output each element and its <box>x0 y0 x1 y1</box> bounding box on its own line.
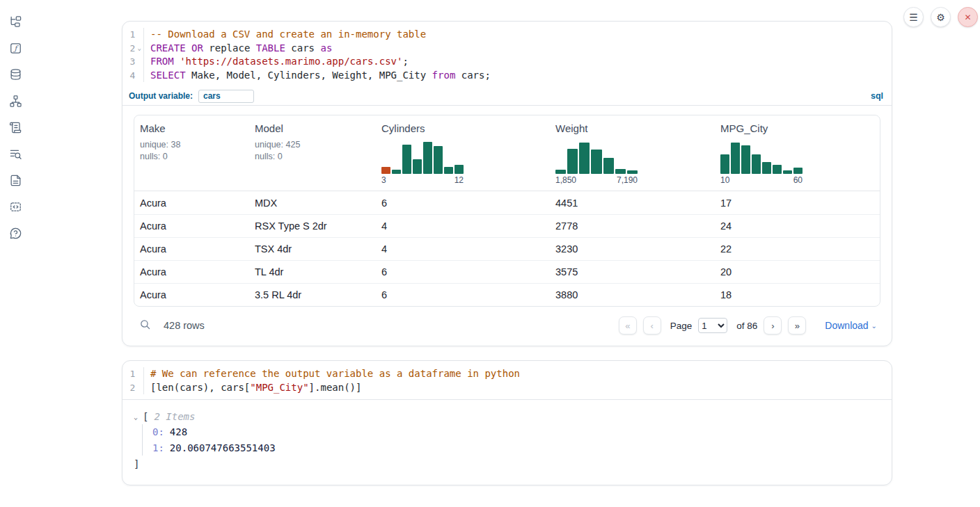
table-cell: Acura <box>134 198 249 209</box>
table-row[interactable]: Acura3.5 RL 4dr6388018 <box>134 283 880 306</box>
sidebar-item-logs[interactable] <box>8 147 23 163</box>
pagination: « ‹ Page 1 of 86 › » <box>619 316 807 335</box>
line-number: 3 <box>122 55 135 69</box>
prev-page-button[interactable]: ‹ <box>643 316 661 335</box>
table-cell: Acura <box>134 220 249 232</box>
table-row[interactable]: AcuraMDX6445117 <box>134 191 880 214</box>
table-cell: 22 <box>715 243 880 255</box>
table-row[interactable]: AcuraTL 4dr6357520 <box>134 260 880 283</box>
line-number: 4 <box>122 69 135 83</box>
close-button[interactable]: ✕ <box>958 7 978 27</box>
sidebar-item-file-explorer[interactable] <box>8 15 23 31</box>
page-select[interactable]: 1 <box>698 318 727 333</box>
table-cell: 3.5 RL 4dr <box>249 289 376 300</box>
histogram-bar <box>455 165 464 175</box>
last-page-button[interactable]: » <box>788 316 806 335</box>
column-name: Weight <box>555 122 709 134</box>
gutter: 3 <box>122 55 144 69</box>
histogram-bar <box>762 162 771 174</box>
close-bracket: ] <box>134 458 880 471</box>
page-label: Page <box>670 321 693 331</box>
search-button[interactable] <box>139 319 151 332</box>
open-bracket: [ <box>143 411 148 422</box>
column-header-mpg_city[interactable]: MPG_City1060 <box>715 115 880 191</box>
table-cell: 3880 <box>550 289 715 300</box>
chevron-down-icon: ⌄ <box>871 322 877 330</box>
histogram-bar <box>615 169 626 175</box>
sidebar-item-variables[interactable]: ƒ <box>8 42 23 57</box>
table-cell: Acura <box>134 243 249 255</box>
column-histogram[interactable]: 1060 <box>720 139 803 185</box>
sidebar-item-scratchpad[interactable] <box>8 121 23 136</box>
tree-entry-value: 20.060747663551403 <box>170 442 276 453</box>
table-row[interactable]: AcuraTSX 4dr4323022 <box>134 237 880 260</box>
python-cell: 1# We can reference the output variable … <box>122 360 892 485</box>
histogram-bar <box>381 167 390 175</box>
histogram-bars <box>381 139 464 174</box>
column-header-model[interactable]: Modelunique: 425nulls: 0 <box>249 115 376 191</box>
fold-spacer <box>135 28 143 42</box>
table-cell: 17 <box>715 198 880 209</box>
python-cell-output: ⌄ [ 2 Items 0:4281:20.060747663551403 ] <box>122 399 892 485</box>
histogram-bar <box>752 154 761 174</box>
histogram-axis-labels: 312 <box>381 175 464 185</box>
first-page-button[interactable]: « <box>619 316 637 335</box>
table-cell: 3575 <box>550 266 715 277</box>
code-box-icon <box>9 200 22 216</box>
code-line: 2[len(cars), cars["MPG_City"].mean()] <box>122 381 892 395</box>
sql-code-editor[interactable]: 1-- Download a CSV and create an in-memo… <box>122 22 892 87</box>
collapse-icon[interactable]: ⌄ <box>134 413 143 421</box>
gutter: 2 <box>122 381 144 395</box>
sidebar-item-dependency-graph[interactable] <box>8 95 23 110</box>
table-cell: 4451 <box>550 198 715 209</box>
table-cell: 4 <box>376 243 550 255</box>
column-histogram[interactable]: 1,8507,190 <box>555 139 638 185</box>
table-body: AcuraMDX6445117AcuraRSX Type S 2dr427782… <box>134 191 880 306</box>
gear-icon: ⚙ <box>936 12 945 23</box>
menu-button[interactable]: ☰ <box>903 7 924 27</box>
table-cell: 3230 <box>550 243 715 255</box>
histogram-bar <box>783 170 792 175</box>
tree-entry: 0:428 <box>152 424 880 440</box>
table-header: Makeunique: 38nulls: 0Modelunique: 425nu… <box>134 115 880 191</box>
python-code-editor[interactable]: 1# We can reference the output variable … <box>122 361 892 399</box>
output-variable-bar: Output variable: sql <box>122 87 892 106</box>
items-count-label: 2 Items <box>154 411 195 422</box>
notebook: 1-- Download a CSV and create an in-memo… <box>122 21 892 499</box>
line-number: 2 <box>122 42 135 56</box>
code-line: 1-- Download a CSV and create an in-memo… <box>122 28 892 42</box>
column-name: Cylinders <box>381 122 544 134</box>
table-footer: 428 rows « ‹ Page 1 of 86 › » Download ⌄ <box>134 314 880 337</box>
column-name: MPG_City <box>720 122 874 134</box>
table-cell: MDX <box>249 198 376 209</box>
line-number: 1 <box>122 28 135 42</box>
data-table: Makeunique: 38nulls: 0Modelunique: 425nu… <box>134 115 880 307</box>
line-number: 2 <box>122 381 135 395</box>
histogram-bar <box>567 149 578 174</box>
histogram-bar <box>392 170 401 174</box>
column-name: Make <box>140 122 244 134</box>
column-header-make[interactable]: Makeunique: 38nulls: 0 <box>134 115 249 191</box>
sidebar-item-snippets[interactable] <box>8 200 23 216</box>
column-header-weight[interactable]: Weight1,8507,190 <box>550 115 715 191</box>
column-histogram[interactable]: 312 <box>381 139 464 185</box>
table-row[interactable]: AcuraRSX Type S 2dr4277824 <box>134 214 880 237</box>
next-page-button[interactable]: › <box>764 316 782 335</box>
histogram-axis-labels: 1060 <box>720 175 803 185</box>
sidebar-item-help[interactable] <box>8 227 23 242</box>
fold-icon[interactable]: ⌄ <box>135 42 143 56</box>
sidebar-item-documentation[interactable] <box>8 174 23 189</box>
gutter: 4 <box>122 69 144 83</box>
histogram-bars <box>720 139 803 174</box>
histogram-bar <box>413 159 422 174</box>
language-badge: sql <box>871 91 883 101</box>
settings-button[interactable]: ⚙ <box>931 7 951 27</box>
histogram-bar <box>434 146 443 174</box>
download-button[interactable]: Download ⌄ <box>825 320 877 331</box>
sidebar-item-datasources[interactable] <box>8 68 23 83</box>
column-header-cylinders[interactable]: Cylinders312 <box>376 115 550 191</box>
table-cell: 4 <box>376 220 550 232</box>
output-variable-input[interactable] <box>198 90 254 103</box>
list-search-icon <box>9 147 22 163</box>
table-cell: 6 <box>376 289 550 300</box>
